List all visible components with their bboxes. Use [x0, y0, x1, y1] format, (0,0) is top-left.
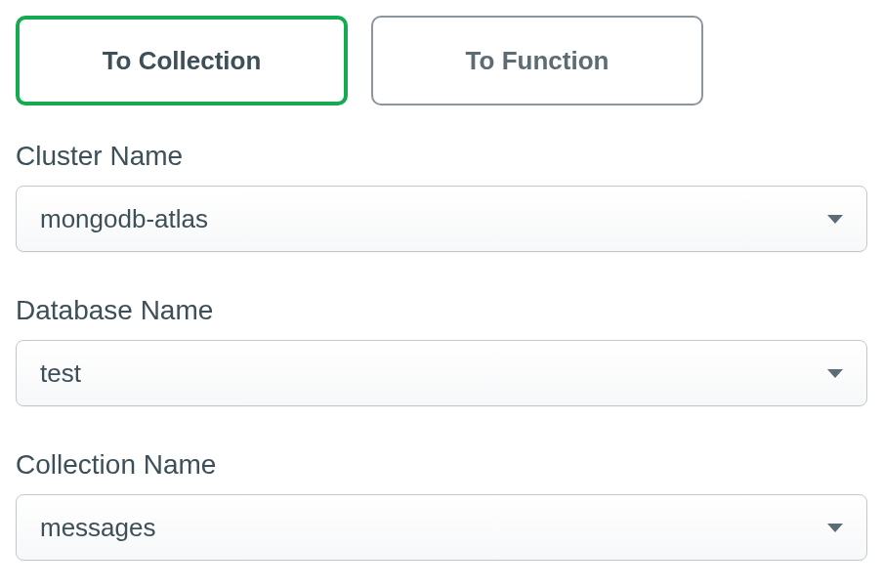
chevron-down-icon [827, 369, 843, 378]
cluster-name-field: Cluster Name mongodb-atlas [16, 141, 867, 252]
collection-name-label: Collection Name [16, 449, 867, 481]
database-name-select[interactable]: test [16, 340, 867, 406]
cluster-name-label: Cluster Name [16, 141, 867, 172]
chevron-down-icon [827, 524, 843, 532]
tab-to-collection[interactable]: To Collection [16, 16, 348, 105]
chevron-down-icon [827, 215, 843, 224]
database-name-label: Database Name [16, 295, 867, 326]
tab-to-function-label: To Function [466, 46, 610, 76]
database-name-value: test [40, 358, 81, 389]
collection-name-select[interactable]: messages [16, 494, 867, 561]
collection-name-value: messages [40, 513, 156, 543]
tab-to-collection-label: To Collection [103, 46, 262, 76]
collection-name-field: Collection Name messages [16, 449, 867, 561]
database-name-field: Database Name test [16, 295, 867, 406]
target-tabs: To Collection To Function [16, 16, 867, 105]
cluster-name-value: mongodb-atlas [40, 204, 208, 234]
cluster-name-select[interactable]: mongodb-atlas [16, 186, 867, 252]
tab-to-function[interactable]: To Function [371, 16, 703, 105]
